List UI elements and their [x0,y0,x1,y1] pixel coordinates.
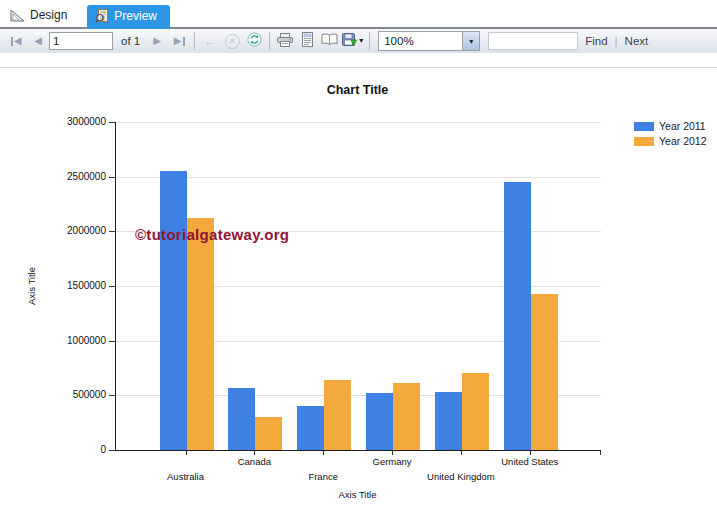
x-axis-tick [254,451,255,455]
bar-series-0 [435,392,462,450]
tab-preview-label: Preview [114,9,157,23]
print-button[interactable] [274,31,296,51]
y-axis-title: Axis Title [26,267,37,305]
print-layout-button[interactable] [296,31,318,51]
tab-preview[interactable]: Preview [87,5,170,29]
chart-legend: Year 2011Year 2012 [634,120,707,150]
y-axis-tick-label: 500000 [38,389,106,400]
y-axis-tick [109,122,115,123]
last-page-icon: ▶ [174,36,182,46]
tab-design[interactable]: Design [6,5,77,27]
page-setup-book-icon [321,33,338,49]
tab-design-label: Design [30,8,67,22]
bar-series-1 [531,294,558,450]
refresh-button[interactable] [243,31,265,51]
stop-icon: × [225,34,240,49]
x-axis-category-label: Germany [332,456,452,467]
zoom-dropdown-button[interactable]: ▼ [462,32,479,50]
first-page-bar [11,37,13,46]
bar-series-1 [255,417,282,450]
zoom-value: 100% [379,35,462,47]
bar-series-1 [187,218,214,450]
x-axis-tick [461,451,462,455]
y-axis-tick-label: 3000000 [38,116,106,127]
bar-series-0 [228,388,255,450]
export-dropdown-caret-icon: ▾ [359,37,363,45]
y-axis-tick [109,286,115,287]
toolbar-separator [269,32,270,50]
print-layout-document-icon [301,32,314,50]
report-canvas: Chart Title Axis Title Year 2011Year 201… [0,53,717,509]
x-axis-category-label: France [263,471,383,482]
x-axis-tick [600,451,601,455]
toolbar-separator [369,32,370,50]
next-page-button[interactable]: ▶ [146,31,168,51]
bar-series-1 [462,373,489,450]
printer-icon [277,33,293,50]
set-square-icon [10,9,25,22]
report-toolbar: ◀ ◀ of 1 ▶ ▶ ← × [0,29,717,54]
y-gridline [116,122,601,123]
toolbar-separator [194,32,195,50]
find-next-separator: | [615,35,618,47]
chart-region: Chart Title Axis Title Year 2011Year 201… [0,53,717,509]
preview-report-icon [95,9,109,23]
bar-series-0 [297,406,324,450]
back-arrow-icon: ← [203,34,217,48]
y-axis-tick [109,231,115,232]
back-to-parent-button[interactable]: ← [199,31,221,51]
page-setup-button[interactable] [318,31,340,51]
y-axis-tick-label: 1500000 [38,280,106,291]
y-axis-tick-label: 1000000 [38,335,106,346]
bar-series-0 [160,171,187,450]
stop-rendering-button[interactable]: × [221,31,243,51]
bar-series-1 [324,380,351,450]
y-axis-tick-label: 2500000 [38,171,106,182]
y-axis-tick [109,450,115,451]
watermark-text: ©tutorialgateway.org [135,226,289,243]
x-axis-category-label: Canada [194,456,314,467]
x-axis-tick [392,451,393,455]
page-count-label: of 1 [121,35,140,47]
x-axis-title: Axis Title [115,489,600,500]
x-axis-category-label: United Kingdom [401,471,521,482]
next-link[interactable]: Next [625,35,649,47]
page-number-input[interactable] [49,32,113,50]
legend-swatch [634,122,654,131]
bar-series-0 [504,182,531,450]
previous-page-button[interactable]: ◀ [27,31,49,51]
first-page-icon: ◀ [14,36,22,46]
y-axis-tick [109,395,115,396]
x-axis-category-label: United States [470,456,590,467]
export-button[interactable]: ▾ [340,31,365,51]
bar-series-1 [393,383,420,450]
chart-title: Chart Title [115,83,600,97]
legend-swatch [634,137,654,146]
first-page-button[interactable]: ◀ [5,31,27,51]
x-axis-category-label: Australia [126,471,246,482]
find-text-input[interactable] [488,32,578,50]
y-axis-tick [109,341,115,342]
export-floppy-icon [342,33,357,50]
chevron-down-icon: ▼ [468,38,475,45]
refresh-icon [247,32,262,50]
last-page-button[interactable]: ▶ [168,31,190,51]
last-page-bar [183,37,185,46]
legend-label: Year 2012 [659,135,707,147]
legend-label: Year 2011 [659,120,706,132]
y-axis-tick-label: 2000000 [38,225,106,236]
plot-area [115,122,601,451]
legend-item: Year 2012 [634,135,707,147]
y-gridline [116,177,601,178]
x-axis-tick [186,451,187,455]
zoom-combobox[interactable]: 100% ▼ [378,31,480,51]
next-page-icon: ▶ [153,36,161,46]
tab-bar: Design Preview [0,0,717,29]
find-link[interactable]: Find [585,35,607,47]
legend-item: Year 2011 [634,120,707,132]
previous-page-icon: ◀ [34,36,42,46]
bar-series-0 [366,393,393,450]
x-axis-tick [323,451,324,455]
y-axis-tick-label: 0 [38,444,106,455]
x-axis-tick [530,451,531,455]
